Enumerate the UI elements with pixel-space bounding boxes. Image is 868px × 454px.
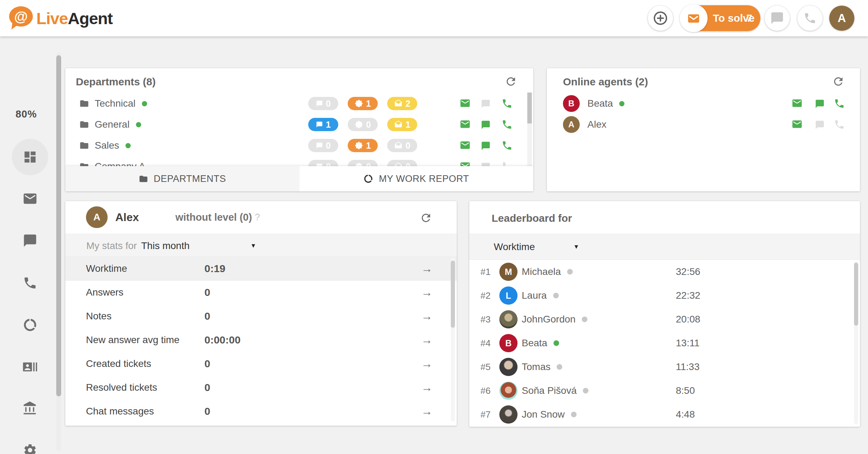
offline-status-dot bbox=[571, 412, 577, 417]
period-dropdown[interactable]: This month ▼ bbox=[141, 240, 256, 251]
new-tickets-badge[interactable]: 1 bbox=[348, 97, 378, 110]
to-solve-button[interactable]: To solve 7 bbox=[681, 5, 760, 31]
refresh-button[interactable] bbox=[832, 75, 845, 88]
tab-my-work-report[interactable]: MY WORK REPORT bbox=[299, 166, 534, 191]
user-avatar[interactable]: A bbox=[829, 6, 854, 31]
online-status-dot bbox=[136, 122, 141, 127]
sidebar-item-reports[interactable] bbox=[12, 307, 48, 343]
department-row[interactable]: General 1 0 1 bbox=[65, 114, 533, 135]
agent-name: Jon Snow bbox=[522, 409, 565, 420]
arrow-right-icon: → bbox=[421, 310, 433, 323]
avatar-initial: A bbox=[568, 120, 574, 129]
stat-row-answers[interactable]: Answers 0 → bbox=[65, 281, 457, 304]
open-tickets-badge[interactable]: 1 bbox=[387, 118, 417, 131]
departments-panel: Departments (8) Technical 0 1 2 bbox=[65, 68, 533, 191]
help-icon[interactable]: ? bbox=[255, 201, 260, 234]
leaderboard-row[interactable]: #1 M Michaela 32:56 bbox=[469, 260, 860, 284]
leaderboard-row[interactable]: #7 Jon Snow 4:48 bbox=[469, 403, 860, 426]
leaderboard-row[interactable]: #3 JohnGordon 20:08 bbox=[469, 307, 860, 331]
plus-circle-icon bbox=[652, 10, 668, 26]
mail-action-icon[interactable] bbox=[459, 119, 471, 130]
chat-action-icon[interactable] bbox=[481, 99, 491, 109]
new-tickets-badge[interactable]: 1 bbox=[348, 139, 378, 152]
stat-row-new-answer-avg-time[interactable]: New answer avg time 0:00:00 → bbox=[65, 328, 457, 352]
chats-badge[interactable]: 0 bbox=[308, 160, 338, 166]
period-value: This month bbox=[141, 240, 190, 251]
metric-dropdown[interactable]: Worktime ▼ bbox=[494, 241, 579, 253]
stat-row-worktime[interactable]: Worktime 0:19 → bbox=[65, 257, 457, 281]
to-solve-count: 7 bbox=[746, 5, 752, 31]
phone-action-icon[interactable] bbox=[834, 119, 845, 130]
phone-action-icon[interactable] bbox=[501, 119, 513, 130]
sidebar-item-tickets[interactable] bbox=[12, 180, 48, 217]
stat-row-notes[interactable]: Notes 0 → bbox=[65, 304, 457, 328]
sidebar-item-chats[interactable] bbox=[12, 222, 48, 259]
leaderboard-row[interactable]: #2 L Laura 22:32 bbox=[469, 284, 860, 307]
agent-row[interactable]: B Beata bbox=[547, 93, 860, 114]
new-tickets-badge[interactable]: 0 bbox=[348, 160, 378, 166]
chats-badge[interactable]: 1 bbox=[308, 118, 338, 131]
sidebar-item-settings[interactable] bbox=[12, 432, 48, 454]
top-header: @ LiveAgent To solve 7 A bbox=[0, 0, 868, 36]
chat-action-icon[interactable] bbox=[481, 141, 491, 151]
chat-action-icon[interactable] bbox=[815, 120, 825, 130]
sidebar-item-dashboard[interactable] bbox=[12, 139, 48, 175]
chats-badge[interactable]: 0 bbox=[308, 139, 338, 152]
bank-building-icon bbox=[22, 401, 38, 416]
avatar-initial: B bbox=[568, 99, 574, 108]
mail-action-icon[interactable] bbox=[459, 140, 471, 151]
leaderboard-row[interactable]: #6 Soňa Pišová 8:50 bbox=[469, 379, 860, 403]
stats-scrollbar-thumb[interactable] bbox=[451, 261, 455, 328]
agent-name: Beata bbox=[522, 338, 547, 349]
mail-action-icon[interactable] bbox=[791, 98, 803, 109]
chats-badge[interactable]: 0 bbox=[308, 97, 338, 110]
department-row[interactable]: Technical 0 1 2 bbox=[65, 93, 533, 114]
stats-filter-bar: My stats for This month ▼ bbox=[65, 234, 457, 257]
mail-icon bbox=[22, 191, 38, 206]
phone-action-icon[interactable] bbox=[501, 140, 513, 151]
department-row[interactable]: Sales 0 1 0 bbox=[65, 135, 533, 156]
add-new-button[interactable] bbox=[648, 6, 673, 31]
mail-action-icon[interactable] bbox=[791, 119, 803, 130]
sidebar-item-companies[interactable] bbox=[12, 390, 48, 427]
leaderboard-row[interactable]: #5 Tomas 11:33 bbox=[469, 355, 860, 379]
page-scrollbar-thumb[interactable] bbox=[56, 55, 61, 396]
departments-scrollbar-thumb[interactable] bbox=[527, 93, 532, 123]
open-tickets-badge[interactable]: 0 bbox=[387, 160, 417, 166]
stat-row-created-tickets[interactable]: Created tickets 0 → bbox=[65, 352, 457, 376]
brand-name: LiveAgent bbox=[36, 0, 113, 36]
open-tickets-badge[interactable]: 0 bbox=[387, 139, 417, 152]
chat-action-icon[interactable] bbox=[481, 162, 491, 166]
leaderboard-filter-bar: Worktime ▼ bbox=[469, 234, 860, 260]
arrow-right-icon: → bbox=[421, 262, 433, 275]
phone-action-icon[interactable] bbox=[501, 98, 513, 109]
agent-name: Michaela bbox=[522, 266, 561, 277]
leaderboard-row[interactable]: #4 B Beata 13:11 bbox=[469, 331, 860, 355]
sidebar-item-calls[interactable] bbox=[12, 265, 48, 301]
new-tickets-badge[interactable]: 0 bbox=[348, 118, 378, 131]
chat-action-icon[interactable] bbox=[481, 120, 491, 130]
stat-row-chat-messages[interactable]: Chat messages 0 → bbox=[65, 399, 457, 423]
chat-action-icon[interactable] bbox=[815, 99, 825, 109]
phone-action-icon[interactable] bbox=[834, 98, 845, 109]
liveagent-logo[interactable]: @ bbox=[9, 6, 34, 28]
new-call-button[interactable] bbox=[797, 6, 823, 31]
avatar-photo bbox=[499, 405, 518, 424]
leaderboard-scrollbar-thumb[interactable] bbox=[854, 263, 858, 326]
rank: #1 bbox=[480, 260, 491, 284]
agent-row[interactable]: A Alex bbox=[547, 114, 860, 135]
refresh-button[interactable] bbox=[505, 75, 517, 88]
avatar-initial: A bbox=[838, 12, 846, 25]
burst-icon bbox=[355, 162, 363, 166]
sidebar-item-customers[interactable] bbox=[12, 349, 48, 385]
department-row[interactable]: Company A 0 0 0 bbox=[65, 156, 533, 166]
refresh-button[interactable] bbox=[420, 212, 432, 224]
mail-action-icon[interactable] bbox=[459, 98, 471, 109]
tab-departments[interactable]: DEPARTMENTS bbox=[65, 166, 299, 191]
tab-label: MY WORK REPORT bbox=[379, 173, 469, 184]
phone-action-icon[interactable] bbox=[501, 161, 513, 166]
stat-row-resolved-tickets[interactable]: Resolved tickets 0 → bbox=[65, 376, 457, 399]
mail-action-icon[interactable] bbox=[459, 161, 471, 166]
open-tickets-badge[interactable]: 2 bbox=[387, 97, 417, 110]
new-chat-button[interactable] bbox=[765, 6, 790, 31]
